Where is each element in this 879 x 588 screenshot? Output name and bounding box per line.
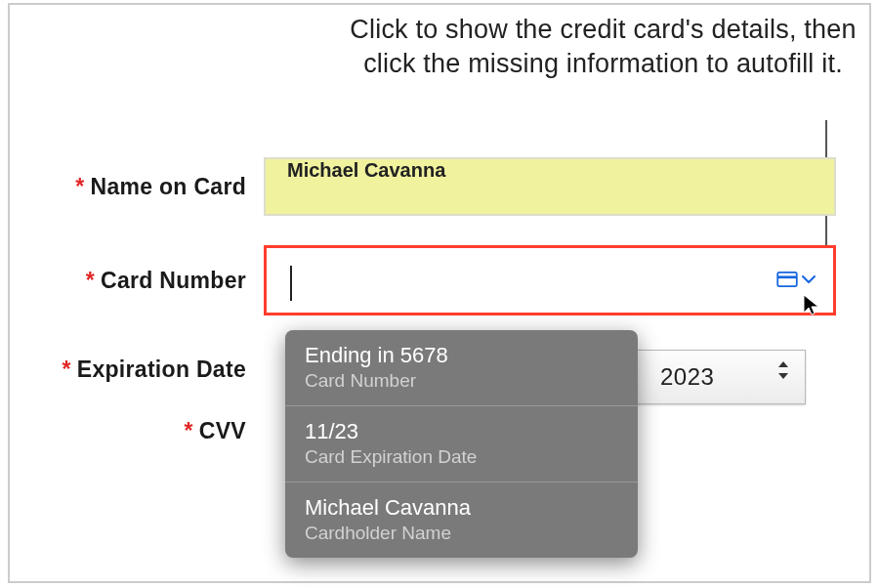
autofill-option-secondary: Card Number: [305, 370, 618, 392]
text-caret: [290, 266, 292, 301]
cursor-icon: [802, 293, 821, 316]
required-marker: *: [185, 418, 193, 443]
label-expiration-date: *Expiration Date: [26, 357, 264, 383]
autofill-dropdown: Ending in 5678 Card Number 11/23 Card Ex…: [285, 330, 638, 558]
chevron-down-icon: [802, 274, 816, 284]
credit-card-icon: [776, 272, 798, 287]
card-number-input[interactable]: [264, 245, 836, 315]
label-card-number: *Card Number: [26, 268, 264, 294]
select-stepper-icon: [777, 360, 789, 380]
autofill-option-cardholder[interactable]: Michael Cavanna Cardholder Name: [285, 483, 638, 558]
svg-rect-0: [777, 273, 797, 286]
autofill-option-primary: Ending in 5678: [305, 343, 618, 368]
label-text: Card Number: [101, 268, 246, 293]
name-on-card-input[interactable]: Michael Cavanna: [264, 157, 836, 216]
autofill-option-card-number[interactable]: Ending in 5678 Card Number: [285, 330, 638, 406]
document-frame: Click to show the credit card's details,…: [8, 3, 871, 583]
label-cvv: *CVV: [26, 418, 264, 444]
expiration-year-value: 2023: [660, 363, 714, 391]
required-marker: *: [86, 268, 95, 293]
label-text: Expiration Date: [77, 357, 246, 382]
label-text: CVV: [199, 418, 246, 443]
label-name-on-card: *Name on Card: [26, 174, 264, 200]
callout-caption: Click to show the credit card's details,…: [347, 13, 859, 81]
required-marker: *: [75, 174, 84, 199]
autofill-option-secondary: Card Expiration Date: [305, 446, 618, 468]
autofill-option-expiration[interactable]: 11/23 Card Expiration Date: [285, 406, 638, 483]
label-text: Name on Card: [90, 174, 246, 199]
row-name-on-card: *Name on Card Michael Cavanna: [26, 157, 836, 216]
svg-rect-1: [777, 275, 797, 278]
autofill-option-primary: Michael Cavanna: [305, 495, 618, 521]
autofill-option-primary: 11/23: [305, 419, 618, 444]
required-marker: *: [63, 357, 71, 382]
row-card-number: *Card Number: [26, 245, 836, 315]
autofill-trigger[interactable]: [776, 272, 816, 287]
autofill-option-secondary: Cardholder Name: [305, 523, 618, 544]
